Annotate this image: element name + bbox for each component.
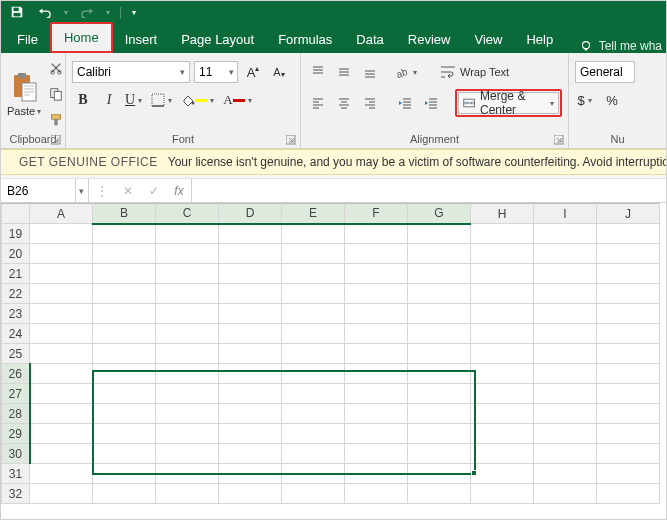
number-format-combo[interactable] [575, 61, 635, 83]
cell[interactable] [30, 304, 93, 324]
align-center-button[interactable] [333, 92, 355, 114]
cell[interactable] [597, 284, 660, 304]
cell[interactable] [345, 284, 408, 304]
cell[interactable] [408, 364, 471, 384]
cell[interactable] [219, 404, 282, 424]
cell[interactable] [156, 444, 219, 464]
cell[interactable] [93, 444, 156, 464]
cell[interactable] [93, 484, 156, 504]
cell[interactable] [156, 384, 219, 404]
cell[interactable] [156, 484, 219, 504]
decrease-indent-button[interactable] [394, 92, 416, 114]
column-header[interactable]: A [30, 204, 93, 224]
cell[interactable] [534, 264, 597, 284]
cell[interactable] [30, 324, 93, 344]
row-header[interactable]: 23 [2, 304, 30, 324]
cell[interactable] [471, 404, 534, 424]
cell[interactable] [282, 484, 345, 504]
cell[interactable] [471, 324, 534, 344]
column-header[interactable]: H [471, 204, 534, 224]
row-header[interactable]: 31 [2, 464, 30, 484]
cell[interactable] [597, 444, 660, 464]
cell[interactable] [345, 304, 408, 324]
cell[interactable] [93, 244, 156, 264]
row-header[interactable]: 30 [2, 444, 30, 464]
cell[interactable] [156, 284, 219, 304]
fill-color-button[interactable]: ▾ [180, 89, 218, 111]
cell[interactable] [93, 464, 156, 484]
cell[interactable] [30, 444, 93, 464]
cell[interactable] [156, 304, 219, 324]
cell[interactable] [597, 424, 660, 444]
cell[interactable] [471, 464, 534, 484]
cell[interactable] [345, 464, 408, 484]
cell[interactable] [30, 284, 93, 304]
cell[interactable] [597, 324, 660, 344]
cell[interactable] [219, 344, 282, 364]
cell[interactable] [408, 304, 471, 324]
cell[interactable] [534, 444, 597, 464]
save-button[interactable] [5, 3, 29, 21]
cell[interactable] [534, 344, 597, 364]
column-header[interactable]: G [408, 204, 471, 224]
cell[interactable] [408, 384, 471, 404]
cell[interactable] [597, 224, 660, 244]
cell[interactable] [471, 484, 534, 504]
tab-data[interactable]: Data [344, 26, 395, 53]
row-header[interactable]: 28 [2, 404, 30, 424]
row-header[interactable]: 29 [2, 424, 30, 444]
cell[interactable] [597, 244, 660, 264]
row-header[interactable]: 22 [2, 284, 30, 304]
cell[interactable] [219, 224, 282, 244]
percent-format-button[interactable]: % [601, 89, 623, 111]
tell-me[interactable]: Tell me wha [579, 39, 662, 53]
cell[interactable] [156, 324, 219, 344]
cell[interactable] [471, 424, 534, 444]
cell[interactable] [408, 244, 471, 264]
row-header[interactable]: 20 [2, 244, 30, 264]
cell[interactable] [534, 244, 597, 264]
cell[interactable] [282, 424, 345, 444]
tab-file[interactable]: File [5, 26, 50, 53]
cell[interactable] [534, 424, 597, 444]
column-header[interactable]: B [93, 204, 156, 224]
cell[interactable] [30, 244, 93, 264]
cell[interactable] [156, 424, 219, 444]
font-launcher[interactable] [286, 135, 296, 145]
cell[interactable] [471, 244, 534, 264]
font-name-input[interactable] [73, 65, 175, 79]
name-box[interactable]: ▾ [1, 179, 89, 202]
fx-label[interactable]: fx [167, 184, 191, 198]
cell[interactable] [408, 344, 471, 364]
cell[interactable] [345, 244, 408, 264]
cell[interactable] [345, 364, 408, 384]
cell[interactable] [282, 224, 345, 244]
cell[interactable] [156, 464, 219, 484]
undo-button[interactable] [33, 3, 57, 21]
copy-button[interactable] [45, 83, 67, 105]
cell[interactable] [282, 264, 345, 284]
tab-insert[interactable]: Insert [113, 26, 170, 53]
cell[interactable] [471, 264, 534, 284]
cell[interactable] [156, 224, 219, 244]
decrease-font-button[interactable]: A▾ [268, 61, 290, 83]
cell[interactable] [345, 424, 408, 444]
cell[interactable] [219, 384, 282, 404]
cell[interactable] [219, 364, 282, 384]
accounting-format-button[interactable]: $▾ [575, 89, 597, 111]
cell[interactable] [219, 424, 282, 444]
cell[interactable] [282, 324, 345, 344]
row-header[interactable]: 24 [2, 324, 30, 344]
cell[interactable] [597, 484, 660, 504]
cell[interactable] [93, 384, 156, 404]
align-bottom-button[interactable] [359, 61, 381, 83]
cell[interactable] [93, 424, 156, 444]
column-header[interactable]: J [597, 204, 660, 224]
cell[interactable] [156, 364, 219, 384]
row-header[interactable]: 26 [2, 364, 30, 384]
cell[interactable] [30, 384, 93, 404]
cell[interactable] [534, 284, 597, 304]
cut-button[interactable] [45, 57, 67, 79]
cell[interactable] [30, 264, 93, 284]
cell[interactable] [156, 264, 219, 284]
